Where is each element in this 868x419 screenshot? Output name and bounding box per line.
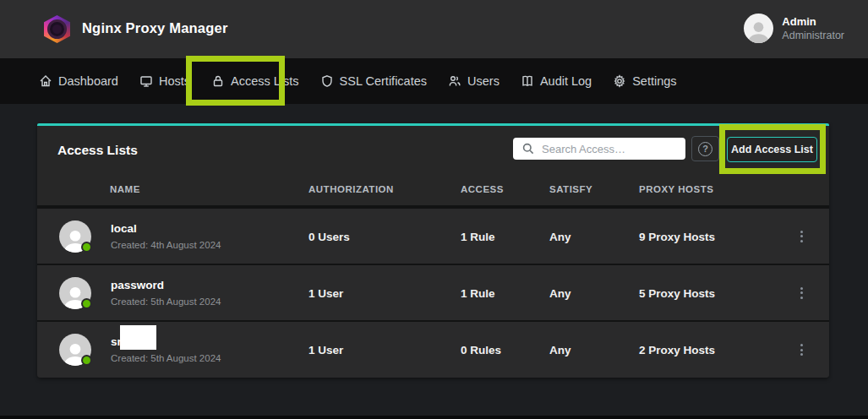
satisfy-cell: Any [549,286,571,299]
app-header: Nginx Proxy Manager Admin Administrator [0,0,868,58]
authorization-cell: 1 User [308,344,343,356]
gear-icon [613,74,626,88]
created-date: Created: 5th August 2024 [111,295,221,308]
home-icon [39,74,52,88]
user-role: Administrator [782,29,844,42]
help-button[interactable]: ? [691,136,719,161]
nav-label: Audit Log [540,74,592,88]
access-cell: 1 Rule [461,230,495,242]
page-title: Access Lists [57,143,138,158]
table-header: Name Authorization Access Satisfy Proxy … [37,176,829,205]
nav-item-access-lists[interactable]: Access Lists [211,74,299,88]
authorization-cell: 0 Users [308,230,350,242]
book-icon [521,74,534,88]
nav-label: Hosts [159,74,190,88]
nav-item-audit-log[interactable]: Audit Log [521,74,592,88]
satisfy-cell: Any [549,230,571,242]
bottom-edge [0,416,868,419]
table-row[interactable]: sn Created: 5th August 2024 1 User 0 Rul… [37,322,829,378]
monitor-icon [139,74,153,88]
nav-item-dashboard[interactable]: Dashboard [39,74,118,88]
nav-label: Dashboard [58,74,118,88]
shield-icon [320,74,334,88]
access-lists-panel: Access Lists ? Add Access List Name Auth… [37,123,829,378]
column-header-proxy-hosts: Proxy Hosts [639,184,713,194]
satisfy-cell: Any [549,344,571,356]
nav-item-hosts[interactable]: Hosts [139,74,190,88]
access-list-name: local [111,221,221,236]
nav-label: SSL Certificates [340,74,427,88]
nav-item-ssl-certificates[interactable]: SSL Certificates [320,74,427,88]
user-menu[interactable]: Admin Administrator [744,14,844,43]
nav-label: Settings [632,74,676,88]
authorization-cell: 1 User [308,286,343,299]
name-cell: local Created: 4th August 2024 [111,221,221,252]
name-cell: password Created: 5th August 2024 [111,278,221,308]
proxy-hosts-cell: 9 Proxy Hosts [639,230,715,242]
online-status-dot [81,242,92,253]
row-menu-button[interactable] [796,226,807,247]
users-icon [448,74,461,88]
redaction-box [120,325,156,350]
column-header-authorization: Authorization [308,184,394,194]
app-title: Nginx Proxy Manager [82,20,228,36]
nav-label: Access Lists [231,74,299,88]
column-header-access: Access [461,184,504,194]
person-icon [744,16,773,43]
nav-item-settings[interactable]: Settings [613,74,676,88]
table-row[interactable]: local Created: 4th August 2024 0 Users 1… [37,209,829,264]
row-menu-button[interactable] [796,340,807,360]
search-box [513,138,685,160]
table-row[interactable]: password Created: 5th August 2024 1 User… [37,265,829,320]
search-input[interactable] [513,138,685,160]
access-cell: 1 Rule [461,286,495,299]
lock-icon [211,74,225,88]
user-name: Admin [782,14,844,29]
online-status-dot [81,298,92,309]
created-date: Created: 4th August 2024 [111,238,221,252]
row-menu-button[interactable] [796,283,807,303]
proxy-hosts-cell: 5 Proxy Hosts [639,286,715,299]
nav-item-users[interactable]: Users [448,74,500,88]
help-icon: ? [698,142,712,156]
user-avatar[interactable] [744,14,773,43]
access-cell: 0 Rules [461,344,501,356]
column-header-satisfy: Satisfy [549,184,592,194]
proxy-hosts-cell: 2 Proxy Hosts [639,344,715,356]
add-access-list-button[interactable]: Add Access List [727,137,817,162]
online-status-dot [81,355,92,366]
access-list-name: password [111,278,221,292]
column-header-name: Name [110,184,140,194]
nav-label: Users [467,74,500,88]
main-nav: Dashboard Hosts Access Lists SSL Certifi… [0,58,868,104]
app-logo-icon [44,15,70,43]
created-date: Created: 5th August 2024 [111,351,221,365]
